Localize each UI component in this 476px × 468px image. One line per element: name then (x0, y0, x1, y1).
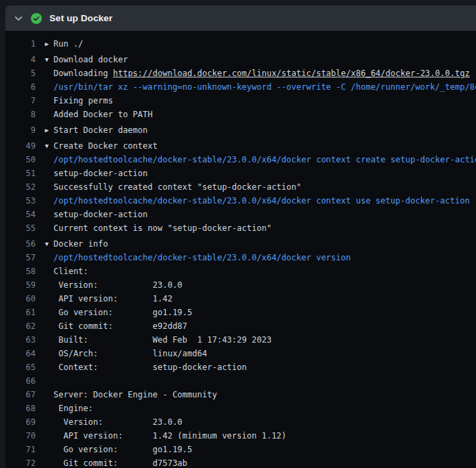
log-row: 51setup-docker-action (5, 167, 476, 180)
line-number[interactable]: 59 (5, 278, 36, 292)
log-text: OS/Arch: linux/amd64 (53, 347, 476, 360)
log-group-row[interactable]: 49▼Create Docker context (5, 139, 476, 153)
log-row: 68 Engine: (5, 402, 476, 415)
collapse-triangle-right-icon[interactable]: ▶ (36, 37, 53, 51)
line-number[interactable]: 1 (5, 37, 36, 51)
log-text: Fixing perms (53, 94, 476, 108)
line-number[interactable]: 68 (5, 402, 36, 415)
line-number[interactable]: 70 (5, 429, 36, 443)
collapse-triangle-down-icon[interactable]: ▼ (36, 139, 53, 153)
log-text: Download docker (53, 53, 476, 66)
line-number[interactable]: 65 (5, 360, 36, 374)
arrow-slot (36, 94, 53, 108)
step-header[interactable]: Set up Docker (5, 5, 476, 31)
log-text: Added Docker to PATH (53, 108, 476, 121)
log-group-row[interactable]: 1▶Run ./ (5, 37, 476, 51)
chevron-down-icon[interactable] (14, 14, 23, 23)
log-text: API version: 1.42 (minimum version 1.12) (53, 429, 476, 443)
log-text: Git commit: d7573ab (53, 456, 476, 468)
log-group-row[interactable]: 9▶Start Docker daemon (5, 123, 476, 137)
line-number[interactable]: 62 (5, 319, 36, 333)
log-text: Current context is now "setup-docker-act… (53, 221, 476, 235)
arrow-slot (36, 456, 53, 468)
log-group-row[interactable]: 56▼Docker info (5, 237, 476, 251)
arrow-slot (36, 347, 53, 360)
log-row: 72 Git commit: d7573ab (5, 456, 476, 468)
arrow-slot (36, 319, 53, 333)
line-number[interactable]: 64 (5, 347, 36, 360)
log-row: 53/opt/hostedtoolcache/docker-stable/23.… (5, 194, 476, 208)
check-circle-icon (31, 13, 42, 24)
log-text: /opt/hostedtoolcache/docker-stable/23.0.… (53, 194, 476, 208)
log-text: Version: 23.0.0 (53, 278, 476, 292)
log-text: Git commit: e92dd87 (53, 319, 476, 333)
collapse-triangle-down-icon[interactable]: ▼ (36, 237, 53, 251)
line-number[interactable]: 69 (5, 415, 36, 429)
log-row: 57/opt/hostedtoolcache/docker-stable/23.… (5, 251, 476, 264)
line-number[interactable]: 7 (5, 94, 36, 108)
log-row: 55Current context is now "setup-docker-a… (5, 221, 476, 235)
log-lines: 1▶Run ./4▼Download docker5Downloading ht… (5, 31, 476, 468)
arrow-slot (36, 402, 53, 415)
collapse-triangle-right-icon[interactable]: ▶ (36, 123, 53, 137)
log-text: Go version: go1.19.5 (53, 443, 476, 456)
line-number[interactable]: 50 (5, 153, 36, 167)
log-text: /usr/bin/tar xz --warning=no-unknown-key… (53, 80, 476, 94)
line-number[interactable]: 71 (5, 443, 36, 456)
arrow-slot (36, 415, 53, 429)
log-row: 70 API version: 1.42 (minimum version 1.… (5, 429, 476, 443)
line-number[interactable]: 56 (5, 237, 36, 251)
arrow-slot (36, 306, 53, 319)
log-row: 8Added Docker to PATH (5, 108, 476, 121)
arrow-slot (36, 278, 53, 292)
log-text: Run ./ (53, 37, 476, 51)
line-number[interactable]: 61 (5, 306, 36, 319)
line-number[interactable]: 54 (5, 208, 36, 221)
log-row: 67Server: Docker Engine - Community (5, 388, 476, 402)
line-number[interactable]: 58 (5, 264, 36, 278)
arrow-slot (36, 221, 53, 235)
log-text: Successfully created context "setup-dock… (53, 180, 476, 194)
line-number[interactable]: 52 (5, 180, 36, 194)
log-row: 62 Git commit: e92dd87 (5, 319, 476, 333)
arrow-slot (36, 388, 53, 402)
line-number[interactable]: 66 (5, 374, 36, 388)
arrow-slot (36, 264, 53, 278)
arrow-slot (36, 443, 53, 456)
line-number[interactable]: 8 (5, 108, 36, 121)
log-text-part: Downloading (53, 69, 113, 78)
line-number[interactable]: 72 (5, 456, 36, 468)
line-number[interactable]: 53 (5, 194, 36, 208)
arrow-slot (36, 333, 53, 347)
line-number[interactable]: 51 (5, 167, 36, 180)
line-number[interactable]: 9 (5, 123, 36, 137)
log-text: Version: 23.0.0 (53, 415, 476, 429)
collapse-triangle-down-icon[interactable]: ▼ (36, 53, 53, 66)
line-number[interactable]: 49 (5, 139, 36, 153)
log-row: 50/opt/hostedtoolcache/docker-stable/23.… (5, 153, 476, 167)
arrow-slot (36, 360, 53, 374)
log-text: /opt/hostedtoolcache/docker-stable/23.0.… (53, 153, 476, 167)
log-text: Context: setup-docker-action (53, 360, 476, 374)
line-number[interactable]: 55 (5, 221, 36, 235)
line-number[interactable]: 67 (5, 388, 36, 402)
log-text: Docker info (53, 237, 476, 251)
log-row: 6/usr/bin/tar xz --warning=no-unknown-ke… (5, 80, 476, 94)
arrow-slot (36, 429, 53, 443)
arrow-slot (36, 80, 53, 94)
step-title: Set up Docker (49, 13, 112, 23)
log-group-row[interactable]: 4▼Download docker (5, 53, 476, 66)
line-number[interactable]: 6 (5, 80, 36, 94)
step-log-panel: Set up Docker 1▶Run ./4▼Download docker5… (5, 5, 476, 468)
line-number[interactable]: 60 (5, 292, 36, 306)
log-text: Server: Docker Engine - Community (53, 388, 476, 402)
line-number[interactable]: 5 (5, 66, 36, 80)
line-number[interactable]: 57 (5, 251, 36, 264)
log-link[interactable]: https://download.docker.com/linux/static… (113, 69, 470, 78)
log-text: Downloading https://download.docker.com/… (53, 66, 476, 80)
log-text: setup-docker-action (53, 167, 476, 180)
line-number[interactable]: 63 (5, 333, 36, 347)
line-number[interactable]: 4 (5, 53, 36, 66)
log-text: Start Docker daemon (53, 123, 476, 137)
arrow-slot (36, 292, 53, 306)
